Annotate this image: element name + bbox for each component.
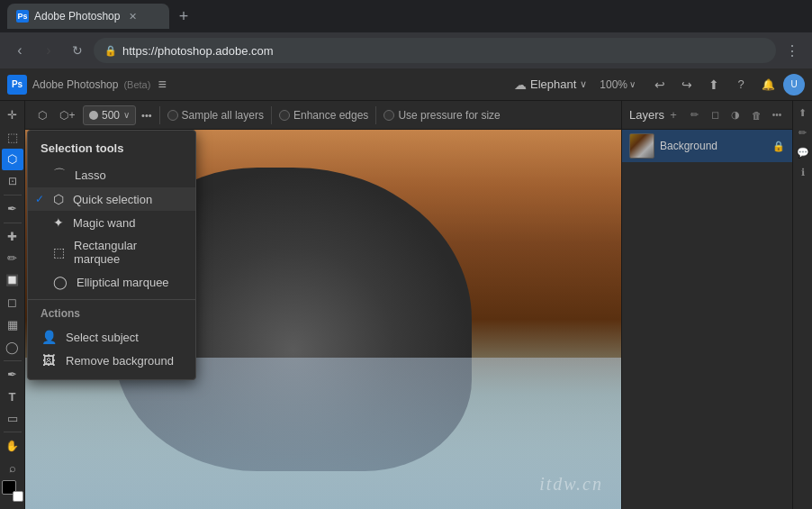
ps-logo: Ps <box>7 75 27 95</box>
user-avatar[interactable]: U <box>783 74 805 95</box>
brush-size-control[interactable]: 500 ∨ <box>83 105 136 125</box>
tab-favicon: Ps <box>16 10 29 23</box>
ps-titlebar: Ps Adobe Photoshop (Beta) ≡ ☁ Elephant ∨… <box>0 68 812 101</box>
brush-size-value: 500 <box>102 109 120 122</box>
zoom-tool[interactable]: ⌕ <box>2 458 23 479</box>
right-icon-rail: ⬆ ✏ 💬 ℹ <box>792 101 812 509</box>
layer-lock-icon: 🔒 <box>772 141 785 152</box>
dodge-tool[interactable]: ◯ <box>2 336 23 358</box>
options-more-button[interactable]: ••• <box>141 110 152 121</box>
adjust-layer-button[interactable]: ◑ <box>726 106 744 124</box>
background-color <box>13 491 23 502</box>
layer-item-background[interactable]: Background 🔒 <box>622 130 792 162</box>
new-tab-button[interactable]: + <box>173 5 194 27</box>
watermark: itdw.cn <box>539 474 603 495</box>
brush-layer-button[interactable]: ✏ <box>685 106 703 124</box>
enhance-edges-radio[interactable] <box>279 110 290 121</box>
tab-close-icon[interactable]: ✕ <box>129 11 137 23</box>
nav-reload-button[interactable]: ↻ <box>65 38 90 63</box>
redo-button[interactable]: ↪ <box>675 73 699 96</box>
select-options-btn2[interactable]: ⬡+ <box>58 105 77 125</box>
canvas-area: itdw.cn Selection tools ⌒ Lasso ✓ ⬡ Quic… <box>25 130 621 509</box>
share-button[interactable]: ⬆ <box>702 73 726 96</box>
right-rail-icon-4[interactable]: ℹ <box>795 164 811 180</box>
right-rail-icon-2[interactable]: ✏ <box>795 124 811 141</box>
rect-marquee-item-label: Rectangular marquee <box>74 239 183 266</box>
lasso-item-icon: ⌒ <box>53 167 66 183</box>
brush-size-arrow-icon: ∨ <box>123 110 130 120</box>
options-separator-2 <box>271 106 272 124</box>
select-subject-item-label: Select subject <box>66 331 139 344</box>
address-bar[interactable]: 🔒 https://photoshop.adobe.com <box>94 38 776 63</box>
browser-more-button[interactable]: ⋮ <box>780 38 805 63</box>
toolbar-separator-4 <box>4 432 22 432</box>
pressure-radio-group: Use pressure for size <box>383 109 500 122</box>
browser-nav: ‹ › ↻ 🔒 https://photoshop.adobe.com ⋮ <box>0 32 812 68</box>
sample-layers-radio-group: Sample all layers <box>167 109 264 122</box>
elliptical-marquee-item-label: Elliptical marquee <box>77 276 169 289</box>
right-rail-icon-3[interactable]: 💬 <box>795 144 811 160</box>
app-container: Ps Adobe Photoshop (Beta) ≡ ☁ Elephant ∨… <box>0 68 812 509</box>
ps-hamburger-button[interactable]: ≡ <box>158 77 166 93</box>
zoom-level: 100% ∨ <box>600 78 636 91</box>
rect-marquee-item-icon: ⬚ <box>53 245 65 259</box>
remove-bg-menu-item[interactable]: 🖼 Remove background <box>28 349 195 372</box>
help-button[interactable]: ? <box>729 73 753 96</box>
ps-titlebar-actions: ↩ ↪ ⬆ ? 🔔 U <box>648 73 805 96</box>
select-rect-tool[interactable]: ⬚ <box>2 127 23 149</box>
lock-icon: 🔒 <box>104 45 117 57</box>
color-swatches[interactable] <box>2 480 23 502</box>
healing-tool[interactable]: ✚ <box>2 226 23 248</box>
quick-selection-check-icon: ✓ <box>35 193 44 205</box>
layers-panel-title: Layers <box>629 108 664 122</box>
layer-name-background: Background <box>660 140 767 152</box>
zoom-value: 100% <box>600 78 627 91</box>
quick-selection-menu-item[interactable]: ✓ ⬡ Quick selection <box>28 187 195 211</box>
select-options-btn1[interactable]: ⬡ <box>32 105 52 125</box>
right-rail-icon-1[interactable]: ⬆ <box>795 105 811 121</box>
layer-actions-row: + ✏ ◻ ◑ 🗑 ••• <box>664 106 786 124</box>
add-layer-button[interactable]: + <box>664 106 682 124</box>
remove-bg-item-label: Remove background <box>66 354 174 368</box>
crop-tool[interactable]: ⊡ <box>2 171 23 193</box>
zoom-dropdown-icon[interactable]: ∨ <box>629 79 636 89</box>
selection-tools-dropdown: Selection tools ⌒ Lasso ✓ ⬡ Quick select… <box>27 130 196 380</box>
move-tool[interactable]: ✛ <box>2 105 23 126</box>
lasso-menu-item[interactable]: ⌒ Lasso <box>28 162 195 187</box>
sample-layers-radio[interactable] <box>167 110 178 121</box>
undo-button[interactable]: ↩ <box>648 73 672 96</box>
shape-tool[interactable]: ▭ <box>2 408 23 430</box>
layers-more-button[interactable]: ••• <box>768 106 786 124</box>
elliptical-marquee-menu-item[interactable]: ◯ Elliptical marquee <box>28 270 195 294</box>
eraser-tool[interactable]: ◻ <box>2 292 23 314</box>
nav-forward-button[interactable]: › <box>36 38 61 63</box>
right-panels: Layers + ✏ ◻ ◑ 🗑 ••• Background 🔒 <box>621 101 812 509</box>
mask-layer-button[interactable]: ◻ <box>706 106 724 124</box>
bell-button[interactable]: 🔔 <box>756 73 780 96</box>
layers-panel-header: Layers + ✏ ◻ ◑ 🗑 ••• <box>622 101 792 130</box>
nav-back-button[interactable]: ‹ <box>7 38 32 63</box>
rect-marquee-menu-item[interactable]: ⬚ Rectangular marquee <box>28 234 195 270</box>
quick-select-tool[interactable]: ⬡ <box>2 149 23 170</box>
text-tool[interactable]: T <box>2 386 23 407</box>
pen-tool[interactable]: ✒ <box>2 364 23 386</box>
select-subject-item-icon: 👤 <box>41 330 57 344</box>
browser-chrome: Ps Adobe Photoshop ✕ + <box>0 0 812 32</box>
magic-wand-item-icon: ✦ <box>53 215 64 230</box>
gradient-tool[interactable]: ▦ <box>2 314 23 336</box>
delete-layer-button[interactable]: 🗑 <box>747 106 765 124</box>
cloud-icon: ☁ <box>514 77 527 92</box>
hand-tool[interactable]: ✋ <box>2 435 23 457</box>
pressure-radio[interactable] <box>383 110 394 121</box>
brush-tool[interactable]: ✏ <box>2 248 23 269</box>
select-subject-menu-item[interactable]: 👤 Select subject <box>28 325 195 349</box>
magic-wand-menu-item[interactable]: ✦ Magic wand <box>28 211 195 234</box>
browser-tab[interactable]: Ps Adobe Photoshop ✕ <box>7 4 169 29</box>
stamp-tool[interactable]: 🔲 <box>2 270 23 292</box>
doc-dropdown-icon[interactable]: ∨ <box>580 78 587 90</box>
eyedropper-tool[interactable]: ✒ <box>2 198 23 220</box>
canvas-column: ⬡ ⬡+ 500 ∨ ••• Sample all layers Enhance… <box>25 101 621 509</box>
tab-title: Adobe Photoshop <box>34 10 120 23</box>
url-text: https://photoshop.adobe.com <box>122 44 274 58</box>
ps-cloud-area: ☁ Elephant ∨ <box>514 77 587 92</box>
